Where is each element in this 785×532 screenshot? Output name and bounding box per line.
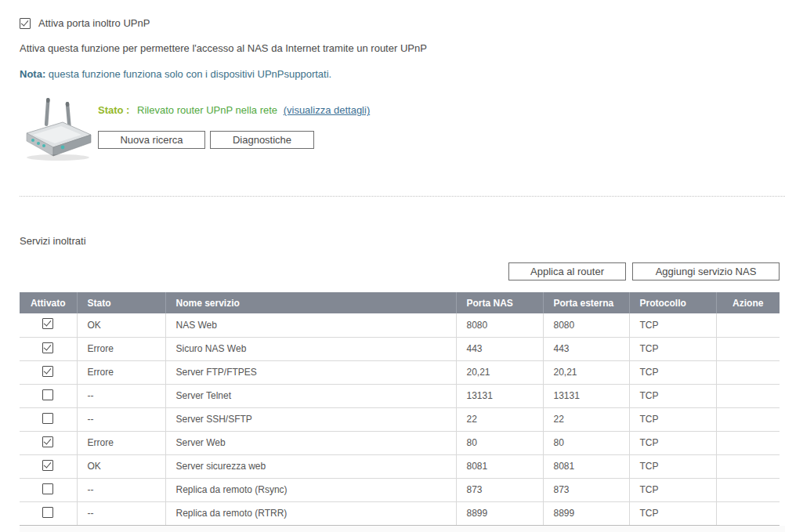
- service-status-cell: --: [77, 384, 165, 407]
- service-enabled-cell: [20, 337, 77, 360]
- service-enabled-cell: [20, 454, 77, 478]
- router-status-right: Stato : Rilevato router UPnP nella rete …: [98, 96, 370, 149]
- service-status-cell: OK: [77, 454, 165, 478]
- view-details-link[interactable]: (visualizza dettagli): [284, 104, 371, 116]
- service-status-cell: Errore: [77, 431, 165, 454]
- service-enabled-cell: [20, 313, 77, 337]
- enable-upnp-row: Attiva porta inoltro UPnP: [20, 17, 785, 29]
- status-buttons: Nuova ricerca Diagnostiche: [98, 131, 370, 149]
- table-header-row: Attivato Stato Nome servizio Porta NAS P…: [20, 292, 780, 313]
- section-divider: [20, 196, 785, 197]
- service-enabled-checkbox[interactable]: [42, 460, 53, 471]
- service-status-cell: --: [77, 407, 165, 431]
- service-ext-port-cell: 80: [543, 431, 629, 454]
- table-footer-strip: [20, 526, 785, 532]
- service-enabled-checkbox[interactable]: [42, 389, 53, 400]
- service-enabled-checkbox[interactable]: [42, 342, 53, 353]
- header-porta-esterna: Porta esterna: [543, 292, 629, 313]
- service-protocol-cell: TCP: [629, 454, 716, 478]
- header-azione: Azione: [716, 292, 780, 313]
- service-status-cell: Errore: [77, 360, 165, 384]
- service-action-cell: [716, 454, 780, 478]
- service-ext-port-cell: 22: [543, 407, 629, 431]
- service-protocol-cell: TCP: [629, 360, 716, 384]
- service-ext-port-cell: 8080: [543, 313, 629, 337]
- service-enabled-checkbox[interactable]: [42, 366, 53, 377]
- service-protocol-cell: TCP: [629, 478, 716, 501]
- service-name-cell: Server sicurezza web: [165, 454, 456, 478]
- table-row: Errore Server Web 80 80 TCP: [20, 431, 780, 454]
- service-nas-port-cell: 873: [456, 478, 543, 501]
- table-row: -- Server Telnet 13131 13131 TCP: [20, 384, 780, 407]
- service-name-cell: Server SSH/SFTP: [165, 407, 456, 431]
- service-enabled-checkbox[interactable]: [42, 413, 53, 424]
- service-nas-port-cell: 8080: [456, 313, 543, 337]
- header-nome-servizio: Nome servizio: [165, 292, 456, 313]
- forwarded-services-title: Servizi inoltrati: [20, 235, 785, 247]
- header-stato: Stato: [77, 292, 165, 313]
- service-name-cell: Sicuro NAS Web: [165, 337, 456, 360]
- service-protocol-cell: TCP: [629, 431, 716, 454]
- description-text: Attiva questa funzione per permettere l'…: [20, 42, 785, 54]
- service-name-cell: Server Telnet: [165, 384, 456, 407]
- service-enabled-cell: [20, 478, 77, 501]
- router-icon: [22, 96, 94, 161]
- service-nas-port-cell: 8899: [456, 501, 543, 525]
- service-action-cell: [716, 337, 780, 360]
- service-enabled-cell: [20, 431, 77, 454]
- table-row: Errore Server FTP/FTPES 20,21 20,21 TCP: [20, 360, 780, 384]
- service-ext-port-cell: 8081: [543, 454, 629, 478]
- table-row: OK Server sicurezza web 8081 8081 TCP: [20, 454, 780, 478]
- service-action-cell: [716, 407, 780, 431]
- service-enabled-checkbox[interactable]: [42, 483, 53, 494]
- service-enabled-cell: [20, 384, 77, 407]
- enable-upnp-checkbox[interactable]: [20, 18, 31, 29]
- service-protocol-cell: TCP: [629, 407, 716, 431]
- service-ext-port-cell: 443: [543, 337, 629, 360]
- service-name-cell: Server Web: [165, 431, 456, 454]
- service-nas-port-cell: 13131: [456, 384, 543, 407]
- service-enabled-cell: [20, 360, 77, 384]
- service-name-cell: Server FTP/FTPES: [165, 360, 456, 384]
- service-status-cell: --: [77, 501, 165, 525]
- service-status-cell: OK: [77, 313, 165, 337]
- service-action-cell: [716, 360, 780, 384]
- service-protocol-cell: TCP: [629, 337, 716, 360]
- service-ext-port-cell: 873: [543, 478, 629, 501]
- add-nas-service-button[interactable]: Aggiungi servizio NAS: [632, 262, 780, 280]
- service-enabled-checkbox[interactable]: [42, 318, 53, 329]
- service-protocol-cell: TCP: [629, 384, 716, 407]
- upnp-settings-page: Attiva porta inoltro UPnP Attiva questa …: [0, 0, 785, 532]
- service-action-cell: [716, 384, 780, 407]
- note-text: Nota: questa funzione funziona solo con …: [20, 68, 785, 80]
- service-enabled-checkbox[interactable]: [42, 436, 53, 447]
- service-action-cell: [716, 431, 780, 454]
- status-line: Stato : Rilevato router UPnP nella rete …: [98, 104, 370, 116]
- service-action-cell: [716, 501, 780, 525]
- service-nas-port-cell: 22: [456, 407, 543, 431]
- rescan-button[interactable]: Nuova ricerca: [98, 131, 205, 149]
- service-enabled-cell: [20, 501, 77, 525]
- table-row: -- Replica da remoto (RTRR) 8899 8899 TC…: [20, 501, 780, 525]
- note-label: Nota:: [20, 68, 45, 80]
- table-row: -- Replica da remoto (Rsync) 873 873 TCP: [20, 478, 780, 501]
- table-row: -- Server SSH/SFTP 22 22 TCP: [20, 407, 780, 431]
- diagnostics-button[interactable]: Diagnostiche: [210, 131, 314, 149]
- table-row: OK NAS Web 8080 8080 TCP: [20, 313, 780, 337]
- service-name-cell: Replica da remoto (RTRR): [165, 501, 456, 525]
- service-action-cell: [716, 478, 780, 501]
- service-protocol-cell: TCP: [629, 313, 716, 337]
- table-body: OK NAS Web 8080 8080 TCP Errore Sicuro N…: [20, 313, 780, 525]
- apply-to-router-button[interactable]: Applica al router: [508, 262, 626, 280]
- router-status-block: Stato : Rilevato router UPnP nella rete …: [20, 96, 785, 161]
- forwarded-services-table: Attivato Stato Nome servizio Porta NAS P…: [20, 292, 780, 526]
- service-enabled-checkbox[interactable]: [42, 507, 53, 518]
- service-ext-port-cell: 20,21: [543, 360, 629, 384]
- header-porta-nas: Porta NAS: [456, 292, 543, 313]
- service-name-cell: NAS Web: [165, 313, 456, 337]
- service-status-cell: --: [77, 478, 165, 501]
- enable-upnp-label: Attiva porta inoltro UPnP: [38, 17, 150, 29]
- service-status-cell: Errore: [77, 337, 165, 360]
- service-name-cell: Replica da remoto (Rsync): [165, 478, 456, 501]
- service-enabled-cell: [20, 407, 77, 431]
